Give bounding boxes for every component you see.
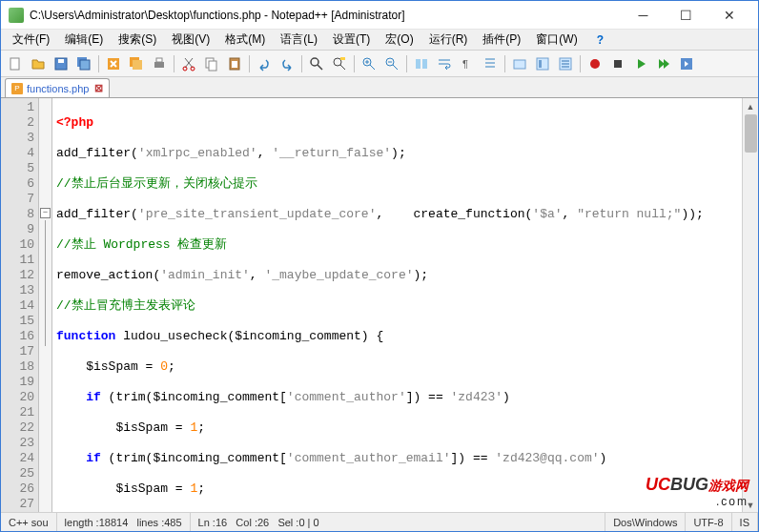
window-titlebar: C:\Users\Administrator\Desktop\functions… [1,1,758,30]
line-number-gutter: 1 2 3 4 5 6 7 8 9 10 11 12 13 14 15 16 1… [1,98,39,513]
macro-play-icon[interactable] [630,53,651,74]
replace-icon[interactable] [329,53,350,74]
menu-help[interactable]: ? [589,31,611,49]
code-token: (trim($incoming_comment[ [101,390,287,404]
close-button[interactable]: ✕ [708,2,750,29]
menu-bar: 文件(F) 编辑(E) 搜索(S) 视图(V) 格式(M) 语言(L) 设置(T… [1,30,758,51]
toolbar-separator [504,55,505,72]
paste-icon[interactable] [224,53,245,74]
menu-run[interactable]: 运行(R) [421,30,476,50]
line-number: 18 [1,359,34,375]
macro-play-multi-icon[interactable] [653,53,674,74]
tab-close-icon[interactable]: ⊠ [94,82,103,94]
redo-icon[interactable] [277,53,297,74]
code-number: 0 [160,359,168,374]
code-token: ]) == [451,451,496,465]
code-token: ; [168,359,175,374]
svg-rect-22 [422,59,427,69]
menu-language[interactable]: 语言(L) [273,30,325,50]
code-keyword: if [56,390,101,404]
status-ln-label: Ln : [198,517,215,528]
close-all-icon[interactable] [126,53,147,74]
macro-stop-icon[interactable] [607,53,628,74]
zoom-in-icon[interactable] [359,53,380,74]
line-number: 16 [1,329,34,344]
save-all-icon[interactable] [73,53,94,74]
menu-settings[interactable]: 设置(T) [325,30,378,50]
tab-functions-php[interactable]: P functions.php ⊠ [5,78,110,97]
code-token: 'comment_author_email' [287,451,451,465]
code-token: 'comment_author' [287,390,406,404]
line-number: 14 [1,298,34,314]
menu-search[interactable]: 搜索(S) [111,30,164,50]
show-all-chars-icon[interactable]: ¶ [457,53,478,74]
status-encoding: UTF-8 [686,513,731,531]
doc-map-icon[interactable] [532,53,553,74]
toolbar-separator [98,55,99,72]
line-number: 20 [1,390,34,405]
save-icon[interactable] [51,53,72,74]
code-editor[interactable]: 1 2 3 4 5 6 7 8 9 10 11 12 13 14 15 16 1… [1,98,758,513]
cut-icon[interactable] [178,53,199,74]
code-token: '_maybe_update_core' [264,268,413,282]
copy-icon[interactable] [201,53,222,74]
status-sel-label: Sel : [277,517,298,528]
toolbar-separator [580,55,581,72]
line-number: 24 [1,451,34,466]
menu-format[interactable]: 格式(M) [217,30,273,50]
app-icon [9,8,24,23]
toolbar-separator [249,55,250,72]
line-number: 6 [1,176,34,192]
folder-as-workspace-icon[interactable] [509,53,530,74]
open-file-icon[interactable] [28,53,49,74]
status-insert-mode: IS [732,513,758,531]
code-comment: //禁止冒充博主发表评论 [56,298,195,313]
svg-rect-21 [416,59,421,69]
close-file-icon[interactable] [103,53,124,74]
line-number: 19 [1,375,34,390]
code-token: '__return_false' [272,146,391,160]
vertical-scrollbar[interactable]: ▲ ▼ [742,98,758,513]
maximize-button[interactable]: ☐ [665,2,708,29]
code-token: ; [197,481,205,496]
line-number: 13 [1,283,34,298]
fold-toggle-icon[interactable]: − [40,208,51,218]
scrollbar-thumb[interactable] [745,114,757,153]
line-number: 22 [1,420,34,436]
undo-icon[interactable] [254,53,275,74]
macro-save-icon[interactable] [676,53,697,74]
sync-scroll-icon[interactable] [411,53,432,74]
code-token: 'zd423' [451,390,503,404]
line-number: 17 [1,344,34,359]
menu-window[interactable]: 窗口(W) [528,30,585,50]
status-lines-value: 485 [164,517,181,528]
code-token: 'pre_site_transient_update_core' [138,207,377,221]
status-position: Ln : 16 Col : 26 Sel : 0 | 0 [191,513,606,531]
menu-plugins[interactable]: 插件(P) [475,30,528,50]
print-icon[interactable] [149,53,170,74]
code-token: ; [197,420,205,435]
minimize-button[interactable]: ─ [622,2,665,29]
find-icon[interactable] [306,53,327,74]
macro-record-icon[interactable] [585,53,605,74]
svg-rect-24 [514,60,525,69]
line-number: 15 [1,314,34,329]
svg-rect-9 [156,58,162,62]
scroll-up-icon[interactable]: ▲ [743,98,758,114]
code-token: "return null;" [577,207,681,221]
new-file-icon[interactable] [5,53,26,74]
menu-file[interactable]: 文件(F) [5,30,57,50]
word-wrap-icon[interactable] [434,53,455,74]
menu-edit[interactable]: 编辑(E) [57,30,111,50]
zoom-out-icon[interactable] [381,53,402,74]
indent-guide-icon[interactable] [480,53,501,74]
code-token: add_filter [56,207,131,221]
line-number: 11 [1,253,34,268]
code-area[interactable]: <?php add_filter('xmlrpc_enabled', '__re… [52,98,758,513]
toolbar: ¶ [1,51,758,77]
menu-macro[interactable]: 宏(O) [378,30,421,50]
menu-view[interactable]: 视图(V) [164,30,217,50]
code-token: ludou_usecheck($incoming_comment) { [115,329,383,343]
function-list-icon[interactable] [555,53,576,74]
code-token: $isSpam = [56,481,190,496]
